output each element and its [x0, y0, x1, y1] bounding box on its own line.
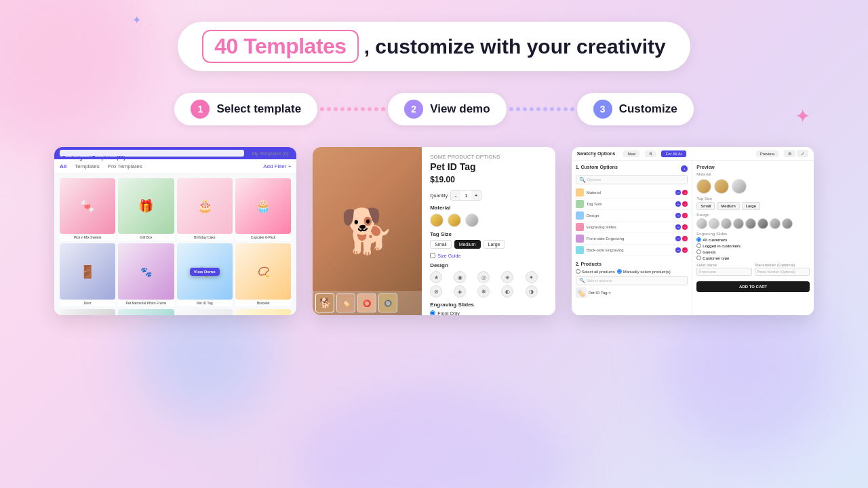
- edit-back-btn[interactable]: ✏: [675, 247, 681, 253]
- list-item[interactable]: 🍬 Pick n Mix Sweets: [60, 178, 115, 241]
- design-opt-9[interactable]: ◐: [501, 285, 513, 298]
- radio-logged-btn[interactable]: [696, 243, 701, 248]
- delete-engraving-btn[interactable]: ×: [682, 224, 688, 230]
- product-name: Pet ID Tag >: [589, 291, 688, 295]
- design-swatch-2[interactable]: [709, 218, 719, 229]
- dot: [536, 107, 540, 111]
- list-item[interactable]: 🏷️ View Demo Pet ID Tag: [177, 243, 233, 306]
- nav-pro[interactable]: Pro Templates: [108, 163, 142, 169]
- design-opt-2[interactable]: ◉: [454, 271, 466, 283]
- step-1[interactable]: 1 Select template: [174, 93, 317, 125]
- delete-back-btn[interactable]: ×: [682, 247, 688, 253]
- delete-design-btn[interactable]: ×: [682, 213, 688, 218]
- list-item[interactable]: ⌚ Watch: [235, 309, 291, 315]
- step-3-number: 3: [593, 100, 612, 119]
- list-item[interactable]: 🎁 Gift Box: [118, 178, 174, 241]
- step-3[interactable]: 3 Customize: [577, 93, 694, 125]
- design-opt-10[interactable]: ◑: [526, 285, 538, 298]
- thumb-mini-4[interactable]: 🔘: [378, 293, 397, 312]
- design-swatch-8[interactable]: [782, 218, 793, 229]
- size-preview-medium[interactable]: Medium: [717, 202, 739, 210]
- product-price: $19.00: [430, 175, 547, 184]
- front-only-radio[interactable]: [430, 310, 435, 315]
- size-small-btn[interactable]: Small: [430, 240, 452, 249]
- screenshot-template-gallery: Predesigned Templates (20) My Templates …: [54, 147, 296, 315]
- add-to-cart-btn[interactable]: ADD TO CART: [696, 281, 810, 292]
- size-preview-small[interactable]: Small: [696, 202, 715, 210]
- thumb-cake: 🎂: [177, 178, 233, 234]
- size-medium-btn[interactable]: Medium: [454, 240, 481, 249]
- thumb-mini-1[interactable]: 🐕: [315, 293, 334, 312]
- size-large-btn[interactable]: Large: [484, 240, 505, 249]
- manually-radio[interactable]: [617, 269, 622, 274]
- template-grid: 🍬 Pick n Mix Sweets 🎁 Gift Box 🎂 Birthda…: [54, 174, 296, 315]
- radio-type-btn[interactable]: [696, 256, 701, 260]
- customize-body: 1. Custom Options + 🔍 Options Material: [572, 161, 814, 315]
- option-gold[interactable]: [430, 214, 443, 227]
- size-guide-link[interactable]: Size Guide: [437, 253, 460, 258]
- design-opt-8[interactable]: ❋: [477, 285, 490, 298]
- list-item[interactable]: 🚪 Door: [60, 243, 115, 306]
- add-filter-btn[interactable]: Add Filter +: [263, 163, 291, 169]
- btn-settings[interactable]: ⚙: [784, 150, 795, 157]
- nav-all[interactable]: All: [60, 163, 66, 169]
- option-silver[interactable]: [465, 214, 479, 227]
- design-swatch-6[interactable]: [757, 218, 768, 229]
- select-all-radio[interactable]: [576, 269, 580, 274]
- btn-new[interactable]: New: [623, 150, 639, 157]
- step-2-number: 2: [404, 100, 423, 119]
- list-item[interactable]: 🎂 Birthday Cake: [177, 178, 233, 241]
- delete-front-btn[interactable]: ×: [682, 236, 688, 241]
- btn-mode[interactable]: B: [645, 150, 656, 157]
- option-label-size: Tag Size: [587, 202, 673, 206]
- list-item[interactable]: 💍 Ring: [177, 309, 233, 315]
- design-preview-label: Design: [696, 213, 810, 217]
- edit-front-btn[interactable]: ✏: [675, 236, 681, 241]
- design-swatch-1[interactable]: [696, 218, 707, 229]
- dot: [381, 107, 385, 111]
- edit-size-btn[interactable]: ✏: [675, 201, 681, 207]
- design-swatch-4[interactable]: [733, 218, 744, 229]
- headline-container: 40 Templates , customize with your creat…: [178, 22, 690, 71]
- qty-decrease-btn[interactable]: -: [451, 190, 460, 200]
- design-swatch-5[interactable]: [745, 218, 756, 229]
- edit-engraving-btn[interactable]: ✏: [675, 224, 681, 230]
- nav-templates[interactable]: Templates: [75, 163, 99, 169]
- radio-all-btn[interactable]: [696, 237, 701, 242]
- design-opt-5[interactable]: ✦: [526, 271, 538, 283]
- design-swatch-7[interactable]: [770, 218, 781, 229]
- thumb-mini-2[interactable]: 🏷️: [336, 293, 355, 312]
- design-opt-3[interactable]: ◎: [477, 271, 490, 283]
- size-guide-checkbox[interactable]: [430, 253, 435, 258]
- design-opt-7[interactable]: ◈: [454, 285, 466, 298]
- option-icon-engraving: [576, 223, 584, 231]
- option-gold-2[interactable]: [448, 214, 461, 227]
- step-2[interactable]: 2 View demo: [388, 93, 507, 125]
- list-item[interactable]: 🐾 Pet Memorial Photo Frame: [118, 243, 174, 306]
- list-item[interactable]: 🛏️ Bedding Set: [60, 309, 115, 315]
- thumb-mini-3[interactable]: ⭕: [357, 293, 376, 312]
- btn-for-all[interactable]: For All At: [661, 150, 686, 157]
- qty-increase-btn[interactable]: +: [471, 190, 481, 200]
- swatch-gold[interactable]: [696, 179, 711, 194]
- design-opt-4[interactable]: ⊕: [501, 271, 513, 283]
- design-swatch-3[interactable]: [721, 218, 732, 229]
- delete-material-btn[interactable]: ×: [682, 190, 688, 195]
- list-item[interactable]: 🧁 Cupcake 6-Pack: [235, 178, 291, 241]
- design-opt-6[interactable]: ⊗: [430, 285, 442, 298]
- edit-material-btn[interactable]: ✏: [675, 190, 681, 195]
- edit-design-btn[interactable]: ✏: [675, 213, 681, 218]
- btn-preview-toggle[interactable]: Preview: [756, 150, 778, 157]
- swatch-silver[interactable]: [732, 179, 747, 194]
- design-opt-1[interactable]: ★: [430, 271, 442, 283]
- swatch-gold-2[interactable]: [714, 179, 729, 194]
- list-item[interactable]: 📿 Bracelet: [235, 243, 291, 306]
- option-design: Design ✏ ×: [576, 210, 688, 222]
- guests-label: Guests: [703, 250, 715, 254]
- btn-expand[interactable]: ⤢: [797, 150, 808, 157]
- list-item[interactable]: 🧵 Fabric: [118, 309, 174, 315]
- delete-size-btn[interactable]: ×: [682, 201, 688, 207]
- size-preview-large[interactable]: Large: [742, 202, 760, 210]
- radio-guests-btn[interactable]: [696, 249, 701, 254]
- material-preview-label: Material: [696, 172, 810, 176]
